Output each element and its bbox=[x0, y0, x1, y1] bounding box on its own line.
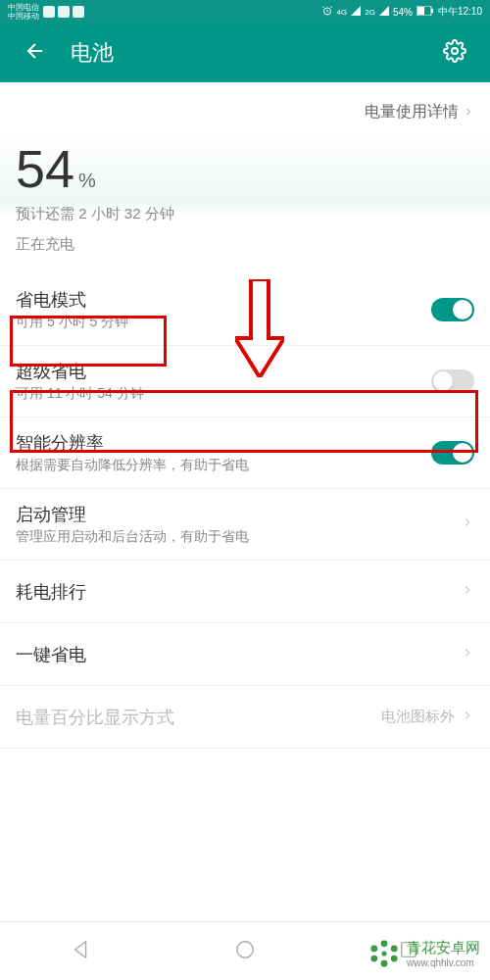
smart-resolution-toggle[interactable] bbox=[431, 441, 474, 465]
chevron-right-icon bbox=[461, 515, 474, 533]
watermark-logo-icon bbox=[368, 937, 401, 970]
battery-estimate: 预计还需 2 小时 32 分钟 bbox=[16, 203, 474, 225]
settings-button[interactable] bbox=[435, 31, 474, 74]
item-text: 省电模式 可用 5 小时 5 分钟 bbox=[16, 288, 431, 331]
status-bar: 中国电信 中国移动 4G 2G 54% 中午12:10 bbox=[0, 0, 490, 24]
item-text: 智能分辨率 根据需要自动降低分辨率，有助于省电 bbox=[16, 431, 431, 474]
carrier-labels: 中国电信 中国移动 bbox=[8, 3, 39, 21]
item-text: 启动管理 管理应用启动和后台活动，有助于省电 bbox=[16, 503, 461, 546]
content-area: 电量使用详情 54 % 预计还需 2 小时 32 分钟 正在充电 省电模式 可用… bbox=[0, 82, 490, 749]
battery-percentage: 54 % bbox=[16, 142, 474, 195]
chevron-right-icon bbox=[461, 583, 474, 601]
one-click-power-save-row[interactable]: 一键省电 bbox=[0, 623, 490, 686]
power-saving-toggle[interactable] bbox=[431, 298, 474, 321]
signal-1-icon bbox=[351, 6, 361, 18]
item-text: 耗电排行 bbox=[16, 580, 461, 604]
notification-icon-1 bbox=[43, 6, 55, 18]
nav-back-button[interactable] bbox=[61, 929, 102, 974]
status-left: 中国电信 中国移动 bbox=[8, 3, 84, 21]
item-title: 耗电排行 bbox=[16, 580, 461, 604]
item-title: 电量百分比显示方式 bbox=[16, 706, 381, 729]
battery-pct-status: 54% bbox=[393, 7, 413, 18]
item-subtitle: 可用 11 小时 54 分钟 bbox=[16, 385, 431, 403]
chevron-right-icon bbox=[461, 646, 474, 663]
status-right: 4G 2G 54% 中午12:10 bbox=[321, 5, 482, 19]
signal-2-icon bbox=[379, 6, 389, 18]
power-saving-mode-row[interactable]: 省电模式 可用 5 小时 5 分钟 bbox=[0, 274, 490, 346]
svg-point-7 bbox=[381, 940, 388, 947]
watermark-title: 青花安卓网 bbox=[407, 939, 480, 957]
svg-point-10 bbox=[381, 960, 388, 967]
alarm-icon bbox=[321, 5, 333, 19]
watermark-text: 青花安卓网 www.qhhlv.com bbox=[407, 939, 480, 968]
svg-point-12 bbox=[370, 946, 377, 953]
item-text: 电量百分比显示方式 bbox=[16, 706, 381, 729]
usage-details-link[interactable]: 电量使用详情 bbox=[0, 82, 490, 132]
svg-point-9 bbox=[391, 956, 398, 962]
nav-home-button[interactable] bbox=[224, 929, 266, 974]
time-label: 中午12:10 bbox=[438, 5, 482, 19]
carrier-1: 中国电信 bbox=[8, 3, 39, 12]
notification-icon-2 bbox=[58, 6, 70, 18]
page-title: 电池 bbox=[71, 38, 435, 68]
item-text: 超级省电 可用 11 小时 54 分钟 bbox=[16, 360, 431, 403]
chevron-right-icon bbox=[463, 104, 474, 122]
item-title: 一键省电 bbox=[16, 643, 461, 666]
svg-rect-3 bbox=[431, 9, 433, 13]
item-text: 一键省电 bbox=[16, 643, 461, 666]
battery-number: 54 bbox=[16, 142, 74, 195]
svg-point-5 bbox=[237, 941, 254, 957]
signal-1-label: 4G bbox=[337, 8, 348, 17]
item-subtitle: 管理应用启动和后台活动，有助于省电 bbox=[16, 528, 461, 546]
item-subtitle: 根据需要自动降低分辨率，有助于省电 bbox=[16, 457, 431, 474]
usage-details-label: 电量使用详情 bbox=[365, 102, 459, 122]
battery-percent-display-row[interactable]: 电量百分比显示方式 电池图标外 bbox=[0, 686, 490, 749]
launch-management-row[interactable]: 启动管理 管理应用启动和后台活动，有助于省电 bbox=[0, 489, 490, 561]
signal-2-label: 2G bbox=[365, 8, 375, 17]
battery-charging: 正在充电 bbox=[16, 233, 474, 256]
status-app-icons bbox=[43, 6, 84, 18]
svg-point-4 bbox=[452, 48, 458, 54]
ultra-power-saving-row[interactable]: 超级省电 可用 11 小时 54 分钟 bbox=[0, 346, 490, 417]
svg-rect-2 bbox=[417, 7, 424, 15]
svg-point-13 bbox=[381, 951, 386, 956]
item-title: 启动管理 bbox=[16, 503, 461, 526]
watermark-url: www.qhhlv.com bbox=[407, 957, 480, 968]
power-consumption-ranking-row[interactable]: 耗电排行 bbox=[0, 561, 490, 623]
item-title: 省电模式 bbox=[16, 288, 431, 312]
item-value: 电池图标外 bbox=[381, 708, 455, 726]
battery-status-block: 54 % 预计还需 2 小时 32 分钟 正在充电 bbox=[0, 132, 490, 274]
svg-point-8 bbox=[391, 946, 398, 953]
ultra-power-saving-toggle[interactable] bbox=[431, 369, 474, 393]
watermark: 青花安卓网 www.qhhlv.com bbox=[368, 937, 480, 970]
svg-point-11 bbox=[370, 956, 377, 962]
app-header: 电池 bbox=[0, 24, 490, 82]
item-title: 超级省电 bbox=[16, 360, 431, 383]
chevron-right-icon bbox=[461, 709, 474, 726]
carrier-2: 中国移动 bbox=[8, 12, 39, 21]
percent-symbol: % bbox=[78, 170, 96, 192]
item-subtitle: 可用 5 小时 5 分钟 bbox=[16, 314, 431, 331]
item-title: 智能分辨率 bbox=[16, 431, 431, 455]
battery-icon bbox=[416, 6, 434, 18]
notification-icon-3 bbox=[73, 6, 84, 18]
back-button[interactable] bbox=[16, 31, 55, 74]
smart-resolution-row[interactable]: 智能分辨率 根据需要自动降低分辨率，有助于省电 bbox=[0, 417, 490, 489]
